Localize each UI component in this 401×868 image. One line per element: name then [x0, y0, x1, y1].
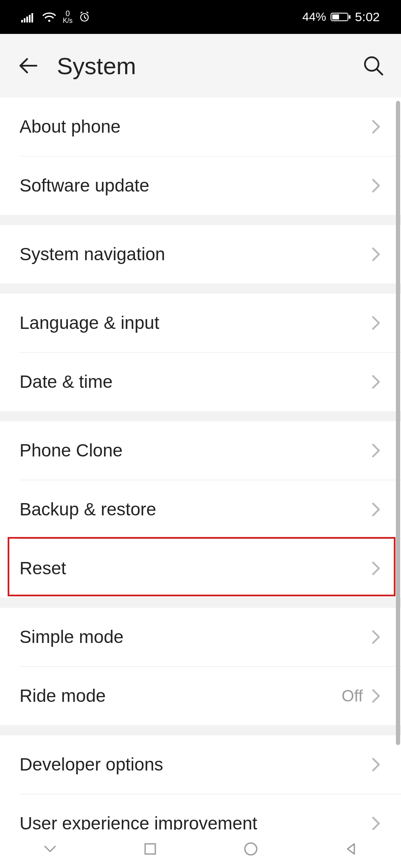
- row-simple-mode[interactable]: Simple mode: [0, 608, 401, 666]
- group-gap: [0, 598, 401, 608]
- svg-point-12: [245, 843, 257, 855]
- row-label: System navigation: [20, 244, 370, 264]
- settings-group: System navigation: [0, 225, 401, 284]
- settings-group: Simple mode Ride mode Off: [0, 608, 401, 725]
- row-label: Software update: [20, 175, 370, 196]
- chevron-right-icon: [370, 687, 381, 704]
- navigation-bar: [0, 830, 401, 868]
- nav-home-button[interactable]: [241, 840, 260, 858]
- chevron-right-icon: [370, 118, 381, 135]
- row-language-input[interactable]: Language & input: [0, 294, 401, 352]
- row-label: Ride mode: [20, 686, 342, 706]
- svg-rect-2: [26, 17, 28, 22]
- network-speed-value: 0: [66, 10, 70, 17]
- settings-group: Language & input Date & time: [0, 294, 401, 411]
- svg-rect-11: [145, 844, 155, 854]
- clock: 5:02: [355, 10, 380, 24]
- row-label: Date & time: [20, 372, 370, 392]
- svg-rect-3: [29, 15, 31, 22]
- row-label: Developer options: [20, 754, 370, 775]
- chevron-right-icon: [370, 629, 381, 645]
- nav-back-button[interactable]: [342, 840, 360, 858]
- scrollbar[interactable]: [396, 101, 400, 774]
- search-button[interactable]: [362, 54, 385, 77]
- svg-point-5: [48, 20, 50, 22]
- alarm-icon: [79, 11, 90, 23]
- row-label: Phone Clone: [20, 440, 370, 461]
- chevron-right-icon: [370, 560, 381, 577]
- battery-percentage: 44%: [303, 10, 326, 24]
- network-speed-indicator: 0 K/s: [63, 10, 73, 24]
- settings-list: About phone Software update System navig…: [0, 97, 401, 830]
- row-software-update[interactable]: Software update: [0, 156, 401, 215]
- group-gap: [0, 215, 401, 225]
- row-reset[interactable]: Reset: [0, 539, 401, 598]
- row-ride-mode[interactable]: Ride mode Off: [0, 667, 401, 725]
- battery-icon: [331, 12, 351, 22]
- group-gap: [0, 411, 401, 421]
- row-system-navigation[interactable]: System navigation: [0, 225, 401, 284]
- nav-recent-button[interactable]: [141, 840, 160, 858]
- row-backup-restore[interactable]: Backup & restore: [0, 480, 401, 539]
- row-label: Backup & restore: [20, 499, 370, 520]
- back-button[interactable]: [16, 53, 41, 78]
- chevron-right-icon: [370, 756, 381, 773]
- nav-hide-button[interactable]: [41, 840, 59, 858]
- chevron-right-icon: [370, 314, 381, 331]
- row-user-experience[interactable]: User experience improvement: [0, 794, 401, 830]
- row-developer-options[interactable]: Developer options: [0, 735, 401, 794]
- row-label: About phone: [20, 117, 370, 137]
- svg-rect-9: [332, 14, 339, 19]
- svg-rect-1: [24, 18, 25, 22]
- status-bar: 0 K/s 44% 5:02: [0, 0, 401, 34]
- row-label: Language & input: [20, 313, 370, 333]
- app-header: System: [0, 34, 401, 97]
- chevron-right-icon: [370, 246, 381, 263]
- row-value: Off: [342, 687, 363, 705]
- row-about-phone[interactable]: About phone: [0, 97, 401, 156]
- network-speed-unit: K/s: [63, 17, 73, 24]
- settings-group: Developer options User experience improv…: [0, 735, 401, 830]
- scrollbar-thumb[interactable]: [396, 101, 400, 745]
- page-title: System: [57, 52, 346, 80]
- chevron-right-icon: [370, 501, 381, 518]
- row-phone-clone[interactable]: Phone Clone: [0, 421, 401, 480]
- row-label: User experience improvement: [20, 813, 370, 830]
- svg-rect-4: [31, 13, 33, 22]
- chevron-right-icon: [370, 177, 381, 194]
- row-date-time[interactable]: Date & time: [0, 353, 401, 411]
- settings-group: Phone Clone Backup & restore Reset: [0, 421, 401, 598]
- group-gap: [0, 725, 401, 735]
- svg-rect-8: [349, 15, 351, 19]
- chevron-right-icon: [370, 815, 381, 830]
- cellular-signal-icon: [21, 11, 36, 22]
- settings-group: About phone Software update: [0, 97, 401, 215]
- group-gap: [0, 284, 401, 294]
- chevron-right-icon: [370, 373, 381, 390]
- row-label: Simple mode: [20, 627, 370, 647]
- row-label: Reset: [20, 558, 370, 579]
- svg-rect-0: [21, 20, 23, 22]
- chevron-right-icon: [370, 442, 381, 459]
- wifi-icon: [42, 11, 57, 22]
